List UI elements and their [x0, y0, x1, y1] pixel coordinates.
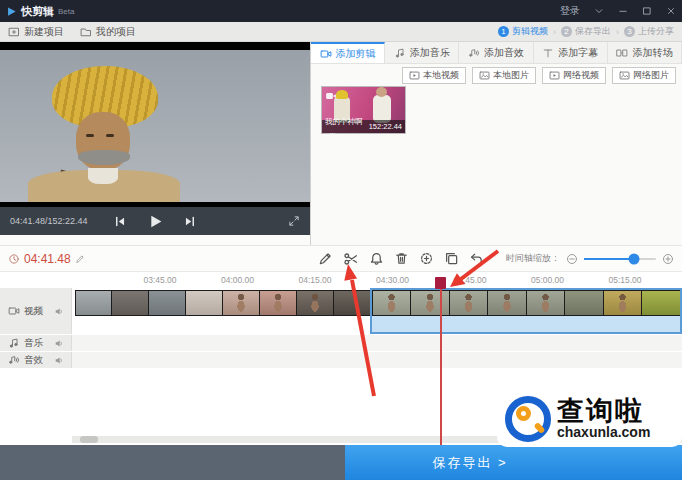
app-title: 快剪辑: [21, 4, 54, 19]
sfx-icon: [468, 47, 480, 59]
music-icon: [8, 337, 20, 349]
video-preview: 04:41.48/152:22.44: [0, 42, 310, 235]
filmstrip-frame: [149, 291, 185, 315]
workflow-step-1: 1 剪辑视频: [498, 25, 548, 38]
library-tab-4[interactable]: 添加转场: [608, 42, 682, 63]
maximize-button[interactable]: [642, 6, 652, 16]
playhead-marker[interactable]: [435, 277, 446, 289]
new-project-icon: [8, 26, 20, 38]
zoom-label: 时间轴缩放：: [506, 252, 560, 265]
filmstrip-frame: [373, 291, 411, 315]
edit-time-button[interactable]: [75, 254, 85, 264]
magic-tool-button[interactable]: [419, 251, 434, 266]
play-button[interactable]: [147, 213, 164, 230]
filmstrip-frame: [76, 291, 112, 315]
ruler-label: 05:15.00: [608, 275, 641, 285]
beta-badge: Beta: [58, 7, 74, 16]
clip-icon: [320, 48, 332, 60]
sfx-icon: [8, 354, 20, 366]
pencil-tool-button[interactable]: [318, 251, 333, 266]
filmstrip-frame: [334, 291, 370, 315]
library-tab-0[interactable]: 添加剪辑: [311, 42, 385, 63]
player-time: 04:41.48/152:22.44: [10, 216, 88, 226]
ruler-label: 05:00.00: [531, 275, 564, 285]
next-frame-button[interactable]: [184, 215, 197, 228]
workflow-steps: 1 剪辑视频› 2 保存导出› 3 上传分享: [498, 25, 674, 38]
login-button[interactable]: 登录: [560, 4, 580, 18]
video-file-icon: [549, 70, 560, 81]
nav-tab-0[interactable]: 新建项目: [8, 25, 64, 39]
camera-icon: [325, 90, 337, 102]
filmstrip-frame: [186, 291, 222, 315]
music-track-lane[interactable]: [72, 335, 682, 351]
speaker-icon[interactable]: [54, 306, 65, 317]
track-label-1: 音乐: [0, 335, 72, 351]
watermark: 查询啦 chaxunla.com: [497, 390, 682, 447]
undo-tool-button[interactable]: [469, 251, 484, 266]
source-button-2[interactable]: 网络视频: [542, 67, 606, 84]
scissors-tool-button[interactable]: [343, 251, 359, 267]
footer-bar: 保存导出 >: [0, 445, 682, 480]
transition-icon: [616, 47, 628, 59]
watermark-domain: chaxunla.com: [557, 425, 650, 440]
scrollbar-thumb[interactable]: [80, 436, 98, 443]
clock-icon: [8, 253, 20, 265]
sfx-track-lane[interactable]: [72, 352, 682, 368]
nav-tab-1[interactable]: 我的项目: [80, 25, 136, 39]
zoom-slider-knob[interactable]: [629, 253, 640, 264]
zoom-in-button[interactable]: [662, 253, 674, 265]
library-tab-2[interactable]: 添加音效: [459, 42, 533, 63]
fullscreen-button[interactable]: [288, 215, 300, 227]
close-button[interactable]: [666, 6, 676, 16]
current-time: 04:41.48: [24, 252, 71, 266]
zoom-slider[interactable]: [584, 258, 656, 260]
filmstrip-frame: [297, 291, 333, 315]
image-file-icon: [619, 70, 630, 81]
save-export-button[interactable]: 保存导出 >: [345, 445, 682, 480]
music-icon: [394, 47, 406, 59]
app-logo-icon: [6, 6, 17, 17]
copy-tool-button[interactable]: [444, 251, 459, 266]
prev-frame-button[interactable]: [114, 215, 127, 228]
player-controls: 04:41.48/152:22.44: [0, 207, 310, 235]
ruler-label: 04:45.00: [453, 275, 486, 285]
filmstrip-frame: [642, 291, 680, 315]
video-file-icon: [409, 70, 420, 81]
folder-icon: [80, 26, 92, 38]
track-label-2: 音效: [0, 352, 72, 368]
titlebar: 快剪辑 Beta 登录: [0, 0, 682, 22]
playhead-line: [440, 277, 442, 445]
track-label-0: 视频: [0, 288, 72, 334]
library-tab-3[interactable]: 添加字幕: [534, 42, 608, 63]
video-clip-unselected[interactable]: [75, 290, 370, 316]
film-icon: [8, 305, 20, 317]
minimize-button[interactable]: [618, 6, 628, 16]
library-clip-item[interactable]: 我的个神啊_... 152:22.44: [321, 86, 406, 134]
main-area: 04:41.48/152:22.44 添加剪辑 添加音乐 添加音效 添加字幕 添…: [0, 42, 682, 245]
ruler-label: 04:15.00: [298, 275, 331, 285]
trash-tool-button[interactable]: [394, 251, 409, 266]
timeline-toolbar: 04:41.48 时间轴缩放：: [0, 245, 682, 272]
video-clip-selected[interactable]: [370, 288, 682, 334]
image-file-icon: [479, 70, 490, 81]
watermark-logo-icon: [505, 396, 551, 442]
speaker-icon[interactable]: [54, 338, 65, 349]
filmstrip-frame: [223, 291, 259, 315]
filmstrip-frame: [112, 291, 148, 315]
library-tab-1[interactable]: 添加音乐: [385, 42, 459, 63]
video-frame: [0, 50, 310, 202]
source-button-0[interactable]: 本地视频: [402, 67, 466, 84]
source-button-3[interactable]: 网络图片: [612, 67, 676, 84]
bell-tool-button[interactable]: [369, 251, 384, 266]
timeline-ruler[interactable]: 03:45.0004:00.0004:15.0004:30.0004:45.00…: [0, 273, 682, 288]
speaker-icon[interactable]: [54, 355, 65, 366]
menu-caret-icon[interactable]: [594, 6, 604, 16]
source-button-1[interactable]: 本地图片: [472, 67, 536, 84]
clip-duration: 152:22.44: [369, 122, 402, 131]
text-icon: [542, 47, 554, 59]
workflow-step-2: 2 保存导出: [561, 25, 611, 38]
ruler-label: 04:30.00: [376, 275, 409, 285]
zoom-out-button[interactable]: [566, 253, 578, 265]
filmstrip-frame: [565, 291, 603, 315]
workflow-step-3: 3 上传分享: [624, 25, 674, 38]
